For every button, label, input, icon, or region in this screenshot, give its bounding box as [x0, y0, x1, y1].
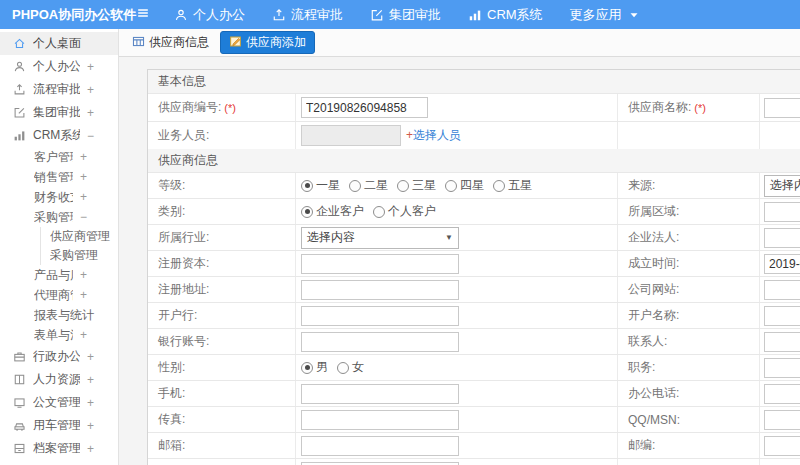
book-icon	[13, 373, 26, 386]
tab-supplier-add[interactable]: 供应商添加	[220, 31, 315, 54]
sidebar-item[interactable]: 档案管理+	[0, 437, 118, 460]
text-input[interactable]	[764, 254, 800, 274]
sidebar-item[interactable]: 个人办公+	[0, 55, 118, 78]
topnav-item[interactable]: 个人办公	[174, 6, 245, 24]
select-person-link[interactable]: +选择人员	[406, 127, 461, 144]
field-control-cell	[296, 459, 618, 465]
sidebar-item[interactable]: 采购管理−	[0, 207, 118, 227]
expand-toggle-icon[interactable]: −	[80, 210, 108, 224]
field-label: 来源:	[628, 177, 655, 194]
radio-option[interactable]: 五星	[493, 177, 532, 194]
person-input[interactable]	[301, 125, 401, 146]
text-input[interactable]	[301, 97, 428, 118]
sidebar-item[interactable]: 产品与库存+	[0, 265, 118, 285]
field-label-cell: 等级:	[148, 173, 296, 198]
form-row: 手机:办公电话:	[148, 380, 800, 406]
sidebar-item[interactable]: 用车管理+	[0, 414, 118, 437]
expand-toggle-icon[interactable]: +	[80, 288, 108, 302]
sidebar-item-label: 个人办公	[33, 58, 80, 75]
expand-toggle-icon[interactable]: +	[87, 396, 108, 410]
sidebar-item[interactable]: 销售管理+	[0, 167, 118, 187]
text-input[interactable]	[301, 436, 459, 456]
radio-option[interactable]: 二星	[349, 177, 388, 194]
sidebar-item[interactable]: 人力资源+	[0, 368, 118, 391]
radio-icon	[373, 206, 385, 218]
doc-icon	[13, 396, 26, 409]
text-input[interactable]	[764, 280, 800, 300]
text-input[interactable]	[764, 410, 800, 430]
expand-toggle-icon[interactable]: −	[87, 129, 108, 143]
expand-toggle-icon[interactable]: +	[87, 83, 108, 97]
radio-option[interactable]: 企业客户	[301, 203, 364, 220]
topnav-item[interactable]: 集团审批	[370, 6, 441, 24]
radio-option[interactable]: 女	[337, 359, 364, 376]
tab-supplier-info[interactable]: 供应商信息	[132, 34, 209, 51]
radio-option[interactable]: 个人客户	[373, 203, 436, 220]
expand-toggle-icon[interactable]: +	[87, 373, 108, 387]
topnav-label: CRM系统	[487, 6, 543, 24]
field-control-cell	[296, 407, 618, 432]
expand-toggle-icon[interactable]: +	[87, 419, 108, 433]
sidebar-item[interactable]: 报表与统计	[0, 305, 118, 325]
edit-icon	[13, 106, 26, 119]
text-input[interactable]	[301, 306, 459, 326]
text-input[interactable]	[764, 358, 800, 378]
expand-toggle-icon[interactable]: +	[87, 442, 108, 456]
text-input[interactable]	[301, 410, 459, 430]
select-dropdown[interactable]: 选择内容▼	[301, 227, 459, 249]
field-control-cell: 选择内容▼	[296, 225, 618, 250]
sidebar-item[interactable]: CRM系统−	[0, 124, 118, 147]
form-row: 注册地址:公司网站:	[148, 276, 800, 302]
text-input[interactable]	[301, 254, 459, 274]
field-label: 职务:	[628, 359, 655, 376]
text-input[interactable]	[764, 384, 800, 404]
radio-option[interactable]: 四星	[445, 177, 484, 194]
text-input[interactable]	[764, 332, 800, 352]
radio-option[interactable]: 一星	[301, 177, 340, 194]
form-row: 传真:QQ/MSN:	[148, 406, 800, 432]
menu-toggle[interactable]	[136, 6, 150, 23]
sidebar-item[interactable]: 流程审批+	[0, 78, 118, 101]
field-label-cell: 邮箱:	[148, 433, 296, 458]
sidebar-item[interactable]: 客户管理+	[0, 147, 118, 167]
radio-option[interactable]: 三星	[397, 177, 436, 194]
select-dropdown[interactable]: 选择内容▼	[764, 175, 800, 197]
field-label-cell	[618, 459, 760, 465]
expand-toggle-icon[interactable]: +	[87, 350, 108, 364]
expand-toggle-icon[interactable]: +	[80, 268, 108, 282]
expand-toggle-icon[interactable]: +	[87, 60, 108, 74]
sidebar-item[interactable]: 代理商管理+	[0, 285, 118, 305]
expand-toggle-icon[interactable]: +	[80, 328, 108, 342]
sidebar-item[interactable]: 表单与流程设置+	[0, 325, 118, 345]
topnav-item[interactable]: 流程审批	[272, 6, 343, 24]
text-input[interactable]	[764, 202, 800, 222]
text-input[interactable]	[301, 280, 459, 300]
text-input[interactable]	[301, 332, 459, 352]
plus-sign: +	[406, 128, 413, 142]
sidebar-item[interactable]: 行政办公+	[0, 345, 118, 368]
expand-toggle-icon[interactable]: +	[80, 150, 108, 164]
field-label-cell: 银行账号:	[148, 329, 296, 354]
topnav-item[interactable]: 更多应用	[570, 6, 641, 24]
sidebar-item[interactable]: 公文管理+	[0, 391, 118, 414]
text-input[interactable]	[764, 306, 800, 326]
radio-option[interactable]: 男	[301, 359, 328, 376]
topbar: PHPOA协同办公软件 个人办公流程审批集团审批CRM系统更多应用	[0, 0, 800, 29]
sidebar-item[interactable]: 个人桌面	[0, 32, 118, 55]
sidebar-item[interactable]: 财务收支+	[0, 187, 118, 207]
text-input[interactable]	[764, 98, 800, 118]
text-input[interactable]	[764, 436, 800, 456]
text-input[interactable]	[301, 462, 459, 465]
topnav-item[interactable]: CRM系统	[468, 6, 543, 24]
sidebar-item[interactable]: 集团审批+	[0, 101, 118, 124]
field-label-cell	[618, 122, 760, 149]
sidebar-item[interactable]: 采购管理	[40, 246, 118, 265]
expand-toggle-icon[interactable]: +	[80, 170, 108, 184]
text-input[interactable]	[301, 384, 459, 404]
expand-toggle-icon[interactable]: +	[80, 190, 108, 204]
expand-toggle-icon[interactable]: +	[87, 106, 108, 120]
sidebar-item[interactable]: 供应商管理	[40, 227, 118, 246]
select-value: 选择内容	[770, 177, 800, 194]
text-input[interactable]	[764, 228, 800, 248]
sidebar-item-label: 采购管理	[50, 247, 118, 264]
